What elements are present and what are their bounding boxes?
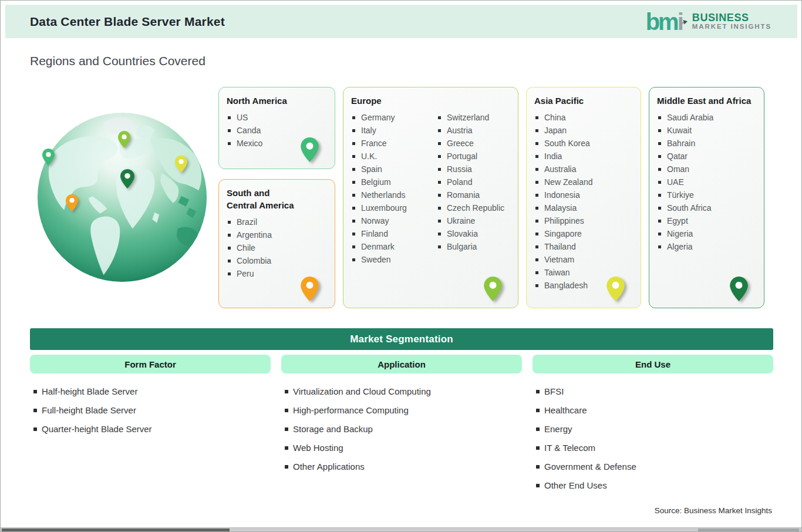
globe-illustration	[35, 110, 209, 284]
list-item: US	[227, 111, 327, 124]
segment-list-end-use: BFSIHealthcareEnergyIT & TelecomGovernme…	[533, 386, 773, 491]
list-item: China	[534, 111, 633, 124]
list-item: Ukraine	[437, 214, 504, 227]
list-item: Egypt	[657, 214, 756, 227]
infographic-page: Data Center Blade Server Market bmi BUSI…	[0, 0, 802, 532]
country-list-middle-east-africa: Saudi ArabiaKuwaitBahrainQatarOmanUAETür…	[657, 111, 756, 253]
list-item: Oman	[657, 163, 756, 176]
list-item: Argentina	[227, 228, 327, 241]
list-item: Algeria	[657, 240, 756, 253]
list-item: India	[534, 150, 633, 163]
segment-column-form-factor: Form Factor Half-height Blade ServerFull…	[30, 355, 271, 499]
list-item: Portugal	[437, 150, 504, 163]
map-pin-icon	[484, 277, 502, 304]
header-band: Data Center Blade Server Market bmi BUSI…	[5, 5, 797, 38]
card-middle-east-africa: Middle East and Africa Saudi ArabiaKuwai…	[649, 87, 764, 308]
country-list-europe-col2: SwitzerlandAustriaGreecePortugalRussiaPo…	[437, 111, 504, 266]
bmi-logo-mark: bmi	[646, 10, 687, 33]
list-item: Singapore	[534, 227, 633, 240]
segmentation-title-bar: Market Segmentation	[30, 328, 773, 350]
list-item: Colombia	[227, 254, 327, 267]
globe-pin-asia-pacific	[175, 156, 187, 175]
segment-header-application: Application	[281, 355, 522, 373]
list-item: South Korea	[534, 137, 633, 150]
globe-pin-middle-east	[120, 169, 134, 191]
horizontal-scrollbar[interactable]	[1, 527, 801, 531]
card-title-north-america: North America	[227, 95, 327, 107]
list-item: Thailand	[534, 240, 633, 253]
card-north-america: North America USCandaMexico	[218, 87, 335, 169]
scrollbar-thumb[interactable]	[2, 528, 230, 531]
country-list-asia-pacific: ChinaJapanSouth KoreaIndiaAustraliaNew Z…	[534, 111, 633, 292]
list-item: Storage and Backup	[285, 423, 522, 435]
scrollbar-right-segment	[698, 528, 799, 531]
list-item: Canda	[227, 124, 327, 137]
list-item: BFSI	[536, 386, 773, 398]
list-item: South Africa	[657, 201, 756, 214]
list-item: Indonesia	[534, 188, 633, 201]
card-south-central-america: South and Central America BrazilArgentin…	[218, 179, 335, 308]
list-item: Quarter-height Blade Server	[33, 423, 271, 435]
globe-pin-south-america	[66, 194, 78, 214]
segmentation-columns: Form Factor Half-height Blade ServerFull…	[30, 355, 773, 499]
list-item: Switzerland	[437, 111, 504, 124]
page-title: Data Center Blade Server Market	[30, 15, 225, 29]
list-item: Philippines	[534, 214, 633, 227]
list-item: Italy	[351, 124, 437, 137]
list-item: Norway	[351, 214, 437, 227]
source-attribution: Source: Business Market Insights	[655, 506, 772, 515]
list-item: Web Hosting	[285, 442, 522, 454]
list-item: Bahrain	[657, 137, 756, 150]
segment-column-application: Application Virtualization and Cloud Com…	[281, 355, 522, 499]
bmi-logo: bmi BUSINESS MARKET INSIGHTS	[646, 10, 771, 33]
list-item: Australia	[534, 163, 633, 176]
list-item: Romania	[437, 188, 504, 201]
list-item: IT & Telecom	[536, 442, 773, 454]
list-item: Bulgaria	[437, 240, 504, 253]
list-item: Virtualization and Cloud Computing	[285, 386, 522, 398]
list-item: Luxembourg	[351, 201, 437, 214]
list-item: Greece	[437, 137, 504, 150]
list-item: Belgium	[351, 176, 437, 188]
market-segmentation-section: Market Segmentation Form Factor Half-hei…	[30, 328, 773, 499]
list-item: Healthcare	[536, 405, 773, 416]
list-item: Poland	[437, 176, 504, 188]
list-item: Netherlands	[351, 188, 437, 201]
list-item: High-performance Computing	[285, 405, 522, 416]
section-title: Regions and Countries Covered	[30, 54, 205, 68]
list-item: Denmark	[351, 240, 437, 253]
list-item: U.K.	[351, 150, 437, 163]
card-title-south-central-america: South and Central America	[227, 187, 327, 211]
list-item: Türkiye	[657, 188, 756, 201]
list-item: Russia	[437, 163, 504, 176]
list-item: France	[351, 137, 437, 150]
list-item: Sweden	[351, 253, 437, 266]
card-title-middle-east-africa: Middle East and Africa	[657, 95, 756, 107]
list-item: Full-height Blade Server	[33, 405, 271, 416]
logo-text: BUSINESS MARKET INSIGHTS	[692, 12, 771, 31]
list-item: Kuwait	[657, 124, 756, 137]
americas-column: North America USCandaMexico South and Ce…	[218, 87, 335, 308]
list-item: Czech Republic	[437, 201, 504, 214]
list-item: Japan	[534, 124, 633, 137]
list-item: Slovakia	[437, 227, 504, 240]
card-asia-pacific: Asia Pacific ChinaJapanSouth KoreaIndiaA…	[526, 87, 641, 308]
list-item: Government & Defense	[536, 461, 773, 473]
card-title-europe: Europe	[351, 95, 510, 107]
region-cards: North America USCandaMexico South and Ce…	[218, 87, 764, 308]
list-item: Saudi Arabia	[657, 111, 756, 124]
list-item: Energy	[536, 423, 773, 435]
segment-header-form-factor: Form Factor	[30, 355, 271, 373]
list-item: New Zealand	[534, 176, 633, 188]
list-item: Malaysia	[534, 201, 633, 214]
map-pin-icon	[606, 277, 625, 304]
list-item: Nigeria	[657, 227, 756, 240]
card-europe: Europe GermanyItalyFranceU.K.SpainBelgiu…	[343, 87, 518, 308]
list-item: Spain	[351, 163, 437, 176]
list-item: Qatar	[657, 150, 756, 163]
list-item: Vietnam	[534, 253, 633, 266]
list-item: Germany	[351, 111, 437, 124]
country-list-south-central-america: BrazilArgentinaChileColombiaPeru	[227, 216, 327, 280]
globe-pin-europe	[118, 131, 130, 150]
segment-header-end-use: End Use	[533, 355, 773, 373]
